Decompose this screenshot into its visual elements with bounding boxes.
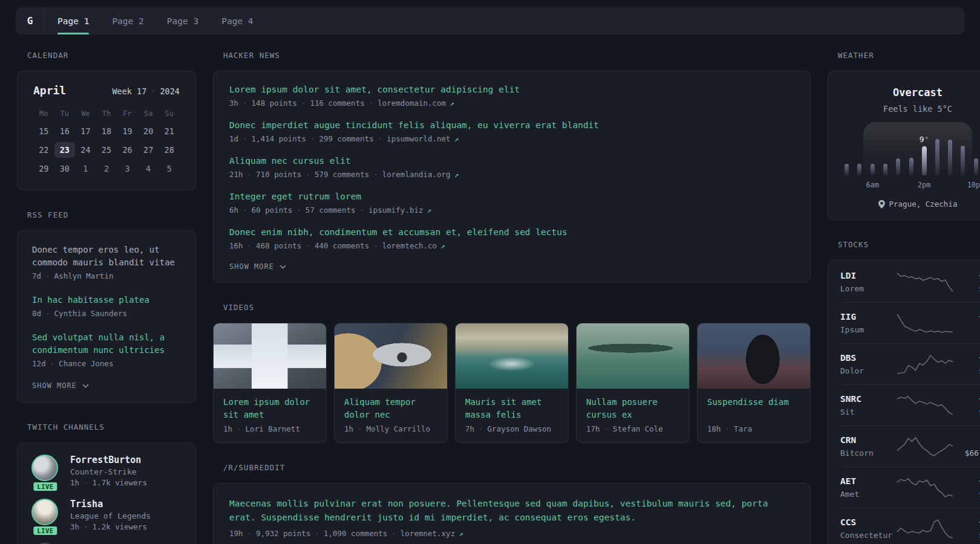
twitch-section-title: TWITCH CHANNELS xyxy=(27,423,196,432)
domain-link[interactable]: ipsumify.biz xyxy=(368,206,423,215)
stock-change: +1.42% xyxy=(954,352,980,363)
hackernews-item-title[interactable]: Donec imperdiet augue tincidunt felis al… xyxy=(229,120,794,131)
tab-page-4[interactable]: Page 4 xyxy=(210,7,264,34)
meta-text: 148 points xyxy=(252,99,297,108)
video-card[interactable]: Nullam posuere cursus ex17h·Stefan Cole xyxy=(576,323,690,443)
rss-show-more-button[interactable]: SHOW MORE xyxy=(32,381,89,390)
weather-location-row: Prague, Czechia xyxy=(840,199,980,209)
weather-time-labels: 6am2pm10pm xyxy=(840,181,980,189)
video-card[interactable]: Aliquam tempor dolor nec pharetra…1h·Mol… xyxy=(334,323,448,443)
stock-info: AETAmet xyxy=(840,476,896,499)
calendar-day: 25 xyxy=(96,142,117,158)
calendar-day: 18 xyxy=(96,123,117,139)
twitch-channel-row[interactable]: LIVETrishaLeague of Legends3h·1.2k viewe… xyxy=(31,498,182,532)
hackernews-item-title[interactable]: Aliquam nec cursus elit xyxy=(229,155,794,167)
weather-bar-slot xyxy=(879,127,892,175)
stock-ticker: LDI xyxy=(840,270,896,281)
chevron-down-icon xyxy=(279,265,286,269)
stock-name: Dolor xyxy=(840,366,896,376)
meta-text: Cynthia Saunders xyxy=(54,309,127,318)
calendar-day: 2 xyxy=(96,161,117,176)
calendar-day-header: Sa xyxy=(138,107,159,120)
meta-text: 468 points xyxy=(256,241,301,250)
live-badge: LIVE xyxy=(32,481,58,492)
meta-text: 1d xyxy=(229,134,238,143)
twitch-channel-name[interactable]: Trisha xyxy=(70,498,151,510)
meta-text: 1h xyxy=(70,478,79,487)
domain-link[interactable]: loremtech.co xyxy=(382,241,437,250)
hackernews-item-title[interactable]: Integer eget rutrum lorem xyxy=(229,191,794,202)
video-title[interactable]: Suspendisse diam xyxy=(707,396,800,421)
tab-page-2[interactable]: Page 2 xyxy=(100,7,155,34)
stock-info: LDILorem xyxy=(840,270,896,294)
column-middle: HACKER NEWS Lorem ipsum dolor sit amet, … xyxy=(213,51,811,544)
external-link-icon: ↗ xyxy=(454,134,459,143)
weather-chart: 9° 6am2pm10pm xyxy=(840,127,980,189)
tab-page-3[interactable]: Page 3 xyxy=(155,7,210,34)
stock-price: $66,171.48 xyxy=(954,448,980,458)
calendar-day-header: Fr xyxy=(117,107,138,120)
video-title[interactable]: Lorem ipsum dolor sit amet consectetu… xyxy=(223,396,316,421)
external-link-icon: ↗ xyxy=(449,99,454,108)
domain-link[interactable]: loremdomain.com xyxy=(377,99,446,108)
rss-item-title[interactable]: In hac habitasse platea xyxy=(32,294,181,306)
meta-text: 440 comments xyxy=(315,241,369,250)
meta-text: 60 points xyxy=(252,206,293,215)
meta-text: Ashlyn Martin xyxy=(54,271,114,280)
video-card[interactable]: Mauris sit amet massa felis7h·Grayson Da… xyxy=(455,323,569,443)
domain-link[interactable]: loremnet.xyz xyxy=(400,529,455,538)
twitch-channel-row[interactable]: LIVEForrestBurtonCounter-Strike1h·1.7k v… xyxy=(31,454,182,488)
video-title[interactable]: Mauris sit amet massa felis xyxy=(465,396,558,421)
video-meta: 7h·Grayson Dawson xyxy=(465,424,558,434)
hackernews-item-title[interactable]: Lorem ipsum dolor sit amet, consectetur … xyxy=(229,84,794,96)
videos-section-title: VIDEOS xyxy=(223,303,811,312)
domain-link[interactable]: ipsumworld.net xyxy=(387,134,450,143)
separator-dot: · xyxy=(247,529,252,538)
twitch-channel-name[interactable]: ForrestBurton xyxy=(70,454,147,466)
rss-item-title[interactable]: Donec tempor eros leo, ut commodo mauris… xyxy=(32,244,181,269)
separator-dot: · xyxy=(604,424,609,433)
live-badge: LIVE xyxy=(32,525,58,536)
stock-name: Amet xyxy=(840,490,896,499)
weather-time-label xyxy=(905,181,918,189)
stock-name: Consectetur xyxy=(840,531,896,540)
rss-item-title[interactable]: Sed volutpat nulla nisl, a condimentum n… xyxy=(32,331,181,357)
hackernews-item-meta: 16h·468 points·440 comments·loremtech.co… xyxy=(229,241,794,251)
weather-bar-slot xyxy=(956,127,969,175)
weather-time-label xyxy=(853,181,866,189)
stock-info: DBSDolor xyxy=(840,352,896,376)
hackernews-item-meta: 3h·148 points·116 comments·loremdomain.c… xyxy=(229,99,794,108)
weather-location: Prague, Czechia xyxy=(889,199,958,209)
separator-dot: · xyxy=(83,522,88,531)
video-title[interactable]: Aliquam tempor dolor nec pharetra… xyxy=(344,396,437,421)
video-title[interactable]: Nullam posuere cursus ex xyxy=(586,396,679,421)
external-link-icon: ↗ xyxy=(454,170,459,179)
twitch-channel-game: League of Legends xyxy=(70,510,151,522)
meta-text: 8d xyxy=(32,309,41,318)
separator-dot: · xyxy=(45,309,50,318)
subreddit-post-title[interactable]: Maecenas mollis pulvinar erat non posuer… xyxy=(229,497,794,525)
sparkline-svg xyxy=(896,354,954,375)
weather-hour-bar xyxy=(844,164,849,175)
meta-text: 7h xyxy=(465,424,474,433)
weather-hour-bar xyxy=(948,140,952,175)
stocks-card: LDILorem+4.35%$795.18IIGIpsum+2.84%$42.0… xyxy=(828,260,980,544)
weather-time-label xyxy=(892,181,904,189)
video-card-body: Suspendisse diam18h·Tara xyxy=(697,389,810,442)
hackernews-item-title[interactable]: Donec enim nibh, condimentum et accumsan… xyxy=(229,227,794,238)
tab-page-1[interactable]: Page 1 xyxy=(46,7,100,34)
app-logo: G xyxy=(16,7,45,34)
stock-ticker: DBS xyxy=(840,352,896,363)
domain-link[interactable]: loremlandia.org xyxy=(382,170,451,179)
video-card[interactable]: Suspendisse diam18h·Tara xyxy=(697,323,811,443)
separator-dot: · xyxy=(243,134,247,143)
hackernews-show-more-button[interactable]: SHOW MORE xyxy=(229,262,286,271)
video-card[interactable]: Lorem ipsum dolor sit amet consectetu…1h… xyxy=(213,323,327,443)
calendar-day: 22 xyxy=(33,142,54,158)
twitch-card: LIVEForrestBurtonCounter-Strike1h·1.7k v… xyxy=(17,442,196,544)
weather-hour-bar xyxy=(974,158,978,175)
weather-feels-like: Feels like 5°C xyxy=(840,104,980,114)
rss-section-title: RSS FEED xyxy=(27,210,196,219)
stock-row: AETAmet+0.92%$499.72 xyxy=(840,467,980,508)
meta-text: 17h xyxy=(586,424,600,433)
